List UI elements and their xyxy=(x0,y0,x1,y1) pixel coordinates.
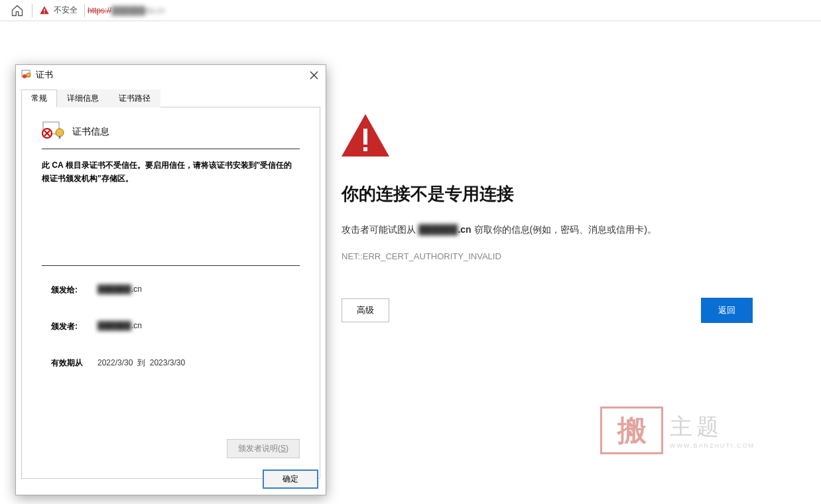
page-content: 你的连接不是专用连接 攻击者可能试图从 ██████.cn 窃取你的信息(例如，… xyxy=(0,21,821,504)
svg-point-5 xyxy=(27,73,31,77)
certificate-dialog: 证书 常规 详细信息 证书路径 证书信息 此 CA 根目录证书不受信任 xyxy=(15,64,326,495)
issued-to-label: 颁发给: xyxy=(51,284,97,296)
warning-buttons: 高级 返回 xyxy=(342,298,753,323)
watermark-stamp: 搬 xyxy=(600,407,663,454)
certificate-icon xyxy=(21,69,32,82)
error-code: NET::ERR_CERT_AUTHORITY_INVALID xyxy=(342,251,753,261)
warning-triangle-icon xyxy=(342,114,753,159)
watermark: 搬 主题 WWW.BANZHUTI.COM xyxy=(600,407,755,454)
svg-rect-3 xyxy=(363,147,367,151)
issuer-statement-button: 颁发者说明(S) xyxy=(227,439,300,458)
svg-point-6 xyxy=(23,74,27,78)
warning-title: 你的连接不是专用连接 xyxy=(342,182,753,206)
dialog-title: 证书 xyxy=(36,69,53,81)
svg-rect-2 xyxy=(363,129,367,145)
separator xyxy=(42,265,300,266)
warning-triangle-icon[interactable] xyxy=(39,5,50,16)
validity-row: 有效期从 2022/3/30 到 2023/3/30 xyxy=(51,357,300,369)
warning-description: 攻击者可能试图从 ██████.cn 窃取你的信息(例如，密码、消息或信用卡)。 xyxy=(342,222,753,237)
dialog-footer: 确定 xyxy=(263,470,318,488)
issued-to-row: 颁发给: ██████.cn xyxy=(51,284,300,296)
insecure-label[interactable]: 不安全 xyxy=(54,5,78,16)
tab-general[interactable]: 常规 xyxy=(21,90,57,107)
home-icon[interactable] xyxy=(11,4,24,17)
tab-path[interactable]: 证书路径 xyxy=(109,90,160,107)
ok-button[interactable]: 确定 xyxy=(263,470,318,488)
tab-body-general: 证书信息 此 CA 根目录证书不受信任。要启用信任，请将该证书安装到"受信任的根… xyxy=(21,107,320,479)
divider xyxy=(84,4,85,17)
url-display[interactable]: https://██████da.cn xyxy=(88,6,164,15)
ssl-warning-page: 你的连接不是专用连接 攻击者可能试图从 ██████.cn 窃取你的信息(例如，… xyxy=(342,114,753,323)
tab-details[interactable]: 详细信息 xyxy=(57,90,109,107)
separator xyxy=(42,149,300,149)
issuer-row: 颁发者: ██████.cn xyxy=(51,321,300,332)
dialog-titlebar: 证书 xyxy=(16,65,326,85)
issued-to-value: ██████.cn xyxy=(97,284,142,296)
address-bar: 不安全 https://██████da.cn xyxy=(0,0,821,21)
issuer-value: ██████.cn xyxy=(97,321,142,332)
back-button[interactable]: 返回 xyxy=(701,298,753,323)
advanced-button[interactable]: 高级 xyxy=(342,298,389,322)
cert-info-heading: 证书信息 xyxy=(72,126,109,138)
dialog-tabs: 常规 详细信息 证书路径 xyxy=(21,89,320,107)
watermark-main: 主题 xyxy=(670,412,755,442)
issuer-label: 颁发者: xyxy=(51,321,97,332)
cert-info-message: 此 CA 根目录证书不受信任。要启用信任，请将该证书安装到"受信任的根证书颁发机… xyxy=(42,158,300,186)
certificate-error-icon xyxy=(42,121,66,143)
divider xyxy=(32,4,32,17)
svg-rect-1 xyxy=(44,12,44,13)
validity-label: 有效期从 xyxy=(51,357,97,369)
svg-rect-0 xyxy=(44,9,44,11)
validity-value: 2022/3/30 到 2023/3/30 xyxy=(97,357,185,369)
close-button[interactable] xyxy=(304,68,323,82)
watermark-sub: WWW.BANZHUTI.COM xyxy=(670,442,755,449)
